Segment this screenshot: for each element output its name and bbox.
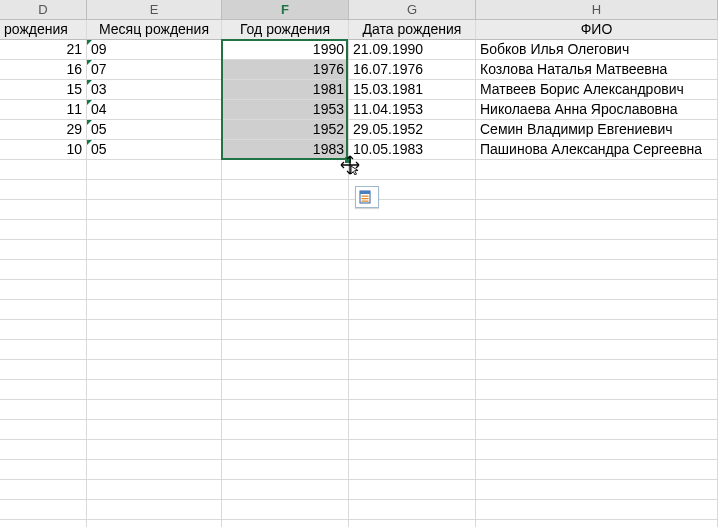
empty-cell[interactable]: [349, 260, 476, 280]
cell[interactable]: Пашинова Александра Сергеевна: [476, 140, 718, 160]
empty-cell[interactable]: [476, 220, 718, 240]
empty-cell[interactable]: [476, 400, 718, 420]
header-cell-G[interactable]: Дата рождения: [349, 20, 476, 40]
cell[interactable]: 1976: [222, 60, 349, 80]
empty-cell[interactable]: [0, 240, 87, 260]
empty-cell[interactable]: [0, 200, 87, 220]
cell[interactable]: 29: [0, 120, 87, 140]
cell[interactable]: 10: [0, 140, 87, 160]
empty-cell[interactable]: [476, 420, 718, 440]
cell[interactable]: 09: [87, 40, 222, 60]
empty-cell[interactable]: [349, 320, 476, 340]
cell[interactable]: 1981: [222, 80, 349, 100]
empty-cell[interactable]: [349, 500, 476, 520]
empty-cell[interactable]: [222, 260, 349, 280]
empty-cell[interactable]: [0, 260, 87, 280]
empty-cell[interactable]: [349, 340, 476, 360]
empty-cell[interactable]: [349, 280, 476, 300]
empty-cell[interactable]: [87, 300, 222, 320]
empty-cell[interactable]: [476, 520, 718, 527]
empty-cell[interactable]: [0, 480, 87, 500]
empty-cell[interactable]: [0, 360, 87, 380]
empty-cell[interactable]: [349, 460, 476, 480]
cell[interactable]: 1990: [222, 40, 349, 60]
empty-cell[interactable]: [0, 300, 87, 320]
empty-cell[interactable]: [87, 200, 222, 220]
empty-cell[interactable]: [222, 420, 349, 440]
header-cell-H[interactable]: ФИО: [476, 20, 718, 40]
empty-cell[interactable]: [87, 220, 222, 240]
empty-cell[interactable]: [0, 220, 87, 240]
cell[interactable]: 04: [87, 100, 222, 120]
cell[interactable]: 03: [87, 80, 222, 100]
cell[interactable]: 05: [87, 120, 222, 140]
empty-cell[interactable]: [0, 340, 87, 360]
empty-cell[interactable]: [0, 520, 87, 527]
cell[interactable]: 16.07.1976: [349, 60, 476, 80]
empty-cell[interactable]: [222, 200, 349, 220]
col-header-G[interactable]: G: [349, 0, 476, 20]
empty-cell[interactable]: [0, 180, 87, 200]
empty-cell[interactable]: [476, 240, 718, 260]
empty-cell[interactable]: [87, 160, 222, 180]
cell[interactable]: 16: [0, 60, 87, 80]
empty-cell[interactable]: [476, 380, 718, 400]
empty-cell[interactable]: [222, 300, 349, 320]
empty-cell[interactable]: [349, 160, 476, 180]
cell[interactable]: 10.05.1983: [349, 140, 476, 160]
fill-handle[interactable]: [345, 157, 351, 163]
cell[interactable]: 15.03.1981: [349, 80, 476, 100]
cell[interactable]: 05: [87, 140, 222, 160]
empty-cell[interactable]: [0, 280, 87, 300]
empty-cell[interactable]: [349, 440, 476, 460]
empty-cell[interactable]: [222, 320, 349, 340]
cell[interactable]: 1952: [222, 120, 349, 140]
empty-cell[interactable]: [222, 500, 349, 520]
empty-cell[interactable]: [87, 400, 222, 420]
empty-cell[interactable]: [87, 420, 222, 440]
empty-cell[interactable]: [476, 160, 718, 180]
empty-cell[interactable]: [222, 240, 349, 260]
cell[interactable]: 29.05.1952: [349, 120, 476, 140]
empty-cell[interactable]: [476, 200, 718, 220]
empty-cell[interactable]: [476, 360, 718, 380]
empty-cell[interactable]: [476, 320, 718, 340]
empty-cell[interactable]: [87, 460, 222, 480]
header-cell-E[interactable]: Месяц рождения: [87, 20, 222, 40]
empty-cell[interactable]: [87, 380, 222, 400]
cell[interactable]: 07: [87, 60, 222, 80]
empty-cell[interactable]: [349, 300, 476, 320]
empty-cell[interactable]: [476, 280, 718, 300]
cell[interactable]: 21: [0, 40, 87, 60]
empty-cell[interactable]: [0, 440, 87, 460]
empty-cell[interactable]: [349, 480, 476, 500]
empty-cell[interactable]: [222, 220, 349, 240]
empty-cell[interactable]: [87, 260, 222, 280]
empty-cell[interactable]: [0, 460, 87, 480]
empty-cell[interactable]: [349, 240, 476, 260]
empty-cell[interactable]: [222, 380, 349, 400]
empty-cell[interactable]: [87, 500, 222, 520]
empty-cell[interactable]: [222, 400, 349, 420]
empty-cell[interactable]: [222, 340, 349, 360]
empty-cell[interactable]: [222, 480, 349, 500]
empty-cell[interactable]: [476, 340, 718, 360]
col-header-D[interactable]: D: [0, 0, 87, 20]
empty-cell[interactable]: [0, 500, 87, 520]
header-cell-F[interactable]: Год рождения: [222, 20, 349, 40]
cell[interactable]: Николаева Анна Ярославовна: [476, 100, 718, 120]
empty-cell[interactable]: [476, 500, 718, 520]
cell[interactable]: Бобков Илья Олегович: [476, 40, 718, 60]
autofill-options-button[interactable]: [355, 186, 379, 208]
cell[interactable]: Козлова Наталья Матвеевна: [476, 60, 718, 80]
empty-cell[interactable]: [349, 520, 476, 527]
empty-cell[interactable]: [476, 260, 718, 280]
cell[interactable]: 11: [0, 100, 87, 120]
header-cell-D[interactable]: рождения: [0, 20, 87, 40]
empty-cell[interactable]: [87, 280, 222, 300]
empty-cell[interactable]: [222, 180, 349, 200]
empty-cell[interactable]: [87, 360, 222, 380]
empty-cell[interactable]: [87, 240, 222, 260]
cell[interactable]: 1953: [222, 100, 349, 120]
empty-cell[interactable]: [0, 420, 87, 440]
